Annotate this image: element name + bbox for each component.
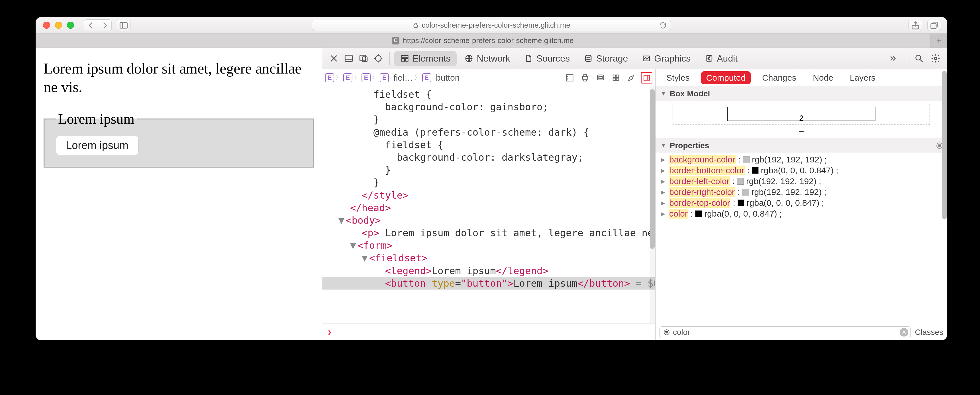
console-prompt-icon: ›: [328, 326, 331, 338]
tab-bar: C https://color-scheme-prefers-color-sch…: [36, 33, 947, 48]
properties-header[interactable]: ▼ Properties: [655, 138, 947, 153]
filter-icon: [663, 329, 670, 336]
dom-line-selected: <button type="button">Lorem ipsum</butto…: [322, 277, 655, 290]
back-button[interactable]: [84, 20, 98, 31]
tab-audit[interactable]: Audit: [698, 51, 744, 66]
dom-line: background-color: gainsboro;: [322, 100, 655, 113]
tab-sources[interactable]: Sources: [518, 51, 576, 66]
sidebar-toggle-button[interactable]: [117, 20, 130, 31]
paint-flashing-icon[interactable]: [625, 72, 637, 83]
color-swatch-icon[interactable]: [742, 189, 749, 196]
property-name: background-color: [669, 155, 736, 164]
classes-button[interactable]: Classes: [915, 328, 943, 337]
dom-line: ▼<form>: [322, 239, 655, 252]
bm-dash: –: [750, 107, 755, 116]
crumb-4[interactable]: E button: [422, 73, 460, 83]
tab-url-text: https://color-scheme-prefers-color-schem…: [403, 36, 574, 45]
property-row[interactable]: ▶background-color: rgb(192, 192, 192);: [655, 154, 947, 165]
tab-styles[interactable]: Styles: [661, 71, 695, 84]
console-bar[interactable]: ›: [322, 323, 655, 340]
color-swatch-icon[interactable]: [743, 156, 749, 163]
tab-storage[interactable]: Storage: [578, 51, 634, 66]
property-row[interactable]: ▶color: rgba(0, 0, 0, 0.847);: [655, 208, 947, 219]
crumb-4-label: button: [436, 73, 460, 83]
svg-rect-39: [644, 75, 649, 80]
page-button[interactable]: Lorem ipsum: [56, 135, 138, 155]
dom-breadcrumbs: E〉 E〉 E〉 E fiel…〉 E button: [322, 69, 655, 86]
tab-node[interactable]: Node: [808, 71, 838, 84]
fullscreen-window-button[interactable]: [67, 22, 74, 29]
network-icon: [465, 54, 473, 63]
devtools-toolbar: Elements Network Sources Storage Graphic…: [322, 48, 947, 69]
tabs-overview-button[interactable]: [927, 20, 941, 31]
crumb-1[interactable]: E〉: [343, 73, 360, 82]
address-bar[interactable]: color-scheme-prefers-color-scheme.glitch…: [312, 20, 671, 31]
rulers-icon[interactable]: [564, 72, 576, 83]
share-button[interactable]: [908, 20, 922, 31]
dom-line: ▼<fieldset>: [322, 252, 655, 264]
dom-line: background-color: darkslategray;: [322, 151, 655, 164]
minimize-window-button[interactable]: [55, 22, 62, 29]
element-badge-icon: E: [380, 73, 389, 82]
devtools-right-pane: Styles Computed Changes Node Layers ▼ Bo…: [655, 69, 947, 340]
disclosure-triangle-icon: ▶: [661, 210, 667, 217]
property-row[interactable]: ▶border-bottom-color: rgba(0, 0, 0, 0.84…: [655, 165, 947, 176]
browser-tab[interactable]: C https://color-scheme-prefers-color-sch…: [36, 33, 930, 48]
color-swatch-icon[interactable]: [737, 178, 744, 185]
properties-title: Properties: [670, 141, 710, 150]
compositing-borders-icon[interactable]: [641, 72, 652, 83]
svg-rect-37: [613, 78, 616, 81]
print-styles-icon[interactable]: [579, 72, 591, 83]
tab-elements[interactable]: Elements: [394, 51, 457, 66]
grid-overlay-icon[interactable]: [610, 72, 622, 83]
tab-computed[interactable]: Computed: [701, 71, 751, 84]
forward-button[interactable]: [98, 20, 111, 31]
crumb-2[interactable]: E〉: [361, 73, 378, 82]
tab-network[interactable]: Network: [458, 51, 516, 66]
svg-rect-30: [582, 76, 588, 79]
tab-graphics[interactable]: Graphics: [636, 51, 697, 66]
svg-rect-7: [345, 55, 352, 62]
tab-changes[interactable]: Changes: [757, 71, 801, 84]
overflow-tabs-button[interactable]: [886, 52, 900, 65]
new-tab-button[interactable]: +: [930, 33, 947, 48]
svg-rect-32: [584, 79, 587, 81]
graphics-icon: [642, 54, 651, 63]
target-icon[interactable]: [372, 52, 385, 65]
svg-rect-2: [414, 25, 418, 27]
dom-scrollbar[interactable]: [649, 86, 655, 323]
element-badge-icon: E: [343, 73, 352, 82]
color-swatch-icon[interactable]: [752, 167, 759, 174]
right-scrollbar[interactable]: [942, 69, 947, 172]
property-name: border-right-color: [669, 187, 735, 197]
disclosure-triangle-icon: ▼: [661, 142, 667, 149]
svg-rect-22: [706, 56, 712, 61]
bm-bottom-dash: –: [673, 126, 930, 135]
dock-bottom-icon[interactable]: [342, 52, 355, 65]
search-button[interactable]: [913, 52, 926, 65]
clear-filter-button[interactable]: ✕: [900, 328, 908, 336]
force-state-icon[interactable]: [595, 72, 606, 83]
element-badge-icon: E: [361, 73, 371, 82]
disclosure-triangle-icon: ▶: [661, 199, 667, 206]
property-row[interactable]: ▶border-right-color: rgb(192, 192, 192);: [655, 187, 947, 198]
tab-layers[interactable]: Layers: [845, 71, 881, 84]
dock-side-icon[interactable]: [357, 52, 370, 65]
close-window-button[interactable]: [43, 22, 50, 29]
bm-value: 2: [799, 114, 803, 123]
property-row[interactable]: ▶border-top-color: rgba(0, 0, 0, 0.847);: [655, 198, 947, 208]
settings-button[interactable]: [929, 52, 942, 65]
property-row[interactable]: ▶border-left-color: rgb(192, 192, 192);: [655, 176, 947, 187]
color-swatch-icon[interactable]: [695, 210, 702, 217]
svg-rect-35: [613, 75, 616, 78]
crumb-3[interactable]: E fiel…〉: [380, 73, 420, 83]
property-value: rgb(192, 192, 192): [752, 155, 822, 164]
box-model-header[interactable]: ▼ Box Model: [655, 86, 947, 101]
crumb-0[interactable]: E〉: [325, 73, 342, 82]
bm-dash: –: [848, 107, 853, 116]
filter-input[interactable]: color ✕: [660, 327, 911, 338]
reload-button[interactable]: [659, 22, 667, 29]
dom-tree[interactable]: fieldset { background-color: gainsboro; …: [322, 86, 655, 323]
close-devtools-button[interactable]: [327, 52, 340, 65]
color-swatch-icon[interactable]: [738, 199, 745, 206]
